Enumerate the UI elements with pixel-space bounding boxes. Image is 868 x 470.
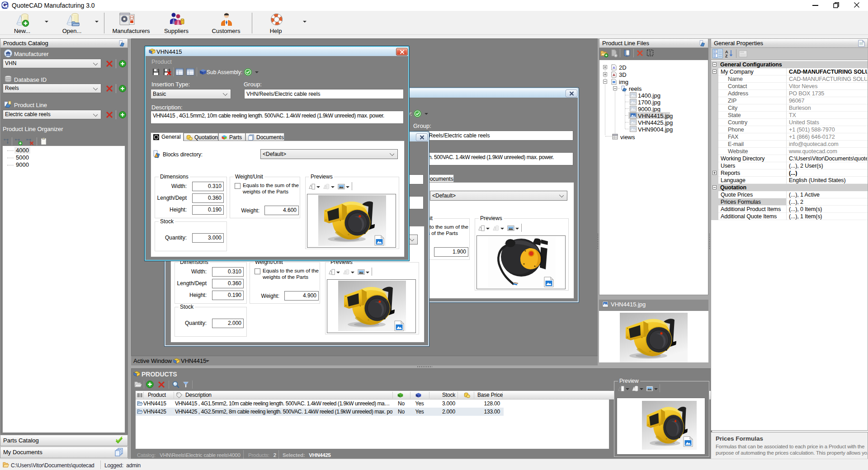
svg-text:Z: Z bbox=[725, 54, 728, 58]
svg-text:A: A bbox=[725, 50, 728, 54]
